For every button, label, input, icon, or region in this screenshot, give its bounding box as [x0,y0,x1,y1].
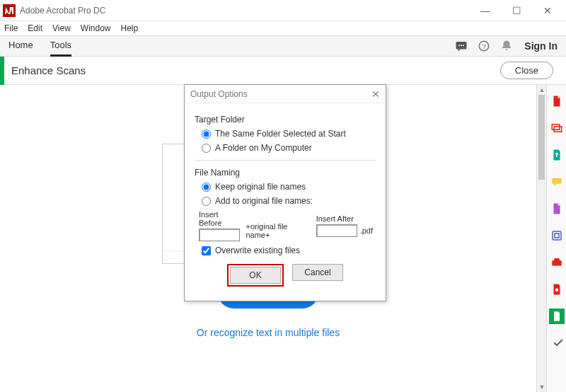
output-options-dialog: Output Options ✕ Target Folder The Same … [184,84,386,301]
radio-other-folder[interactable] [202,144,211,153]
dialog-close-icon[interactable]: ✕ [371,88,380,100]
ok-button[interactable]: OK [230,267,281,284]
ok-highlight: OK [227,264,284,287]
ext-label: .pdf [360,226,373,235]
radio-keep-names[interactable] [202,183,211,192]
dialog-title: Output Options [190,89,248,99]
insert-after-label: Insert After [316,214,357,223]
dialog-titlebar[interactable]: Output Options ✕ [185,85,386,103]
file-naming-label: File Naming [195,168,376,178]
overwrite-checkbox[interactable] [202,246,211,255]
insert-after-input[interactable] [316,224,357,237]
radio-same-folder[interactable] [202,129,211,139]
radio-keep-names-label: Keep original file names [215,182,306,192]
insert-before-input[interactable] [199,229,240,241]
cancel-button[interactable]: Cancel [292,264,343,281]
target-folder-label: Target Folder [195,115,376,125]
radio-same-folder-label: The Same Folder Selected at Start [215,129,346,139]
overwrite-label: Overwrite existing files [215,246,300,255]
insert-before-label: Insert Before [199,210,243,227]
radio-add-names[interactable] [202,197,211,206]
original-filename-text: +original file name+ [246,222,313,239]
radio-other-folder-label: A Folder on My Computer [215,143,312,153]
dialog-overlay: Output Options ✕ Target Folder The Same … [0,0,566,392]
radio-add-names-label: Add to original file names: [215,196,313,206]
